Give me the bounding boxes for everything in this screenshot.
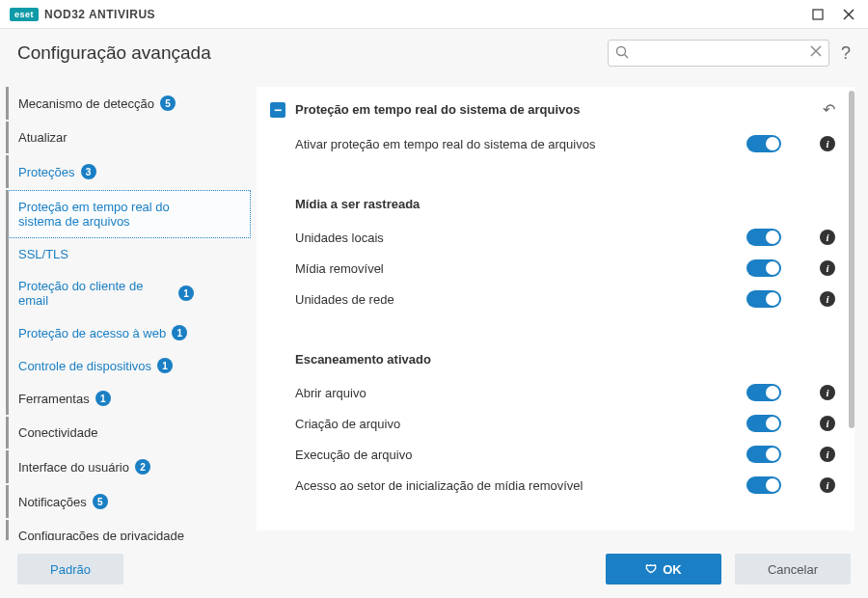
setting-label: Execução de arquivo — [295, 448, 746, 462]
search-icon — [615, 45, 629, 62]
sidebar-item-label: Conectividade — [18, 425, 97, 440]
toggle-removable-media[interactable] — [746, 259, 781, 277]
setting-label: Unidades de rede — [295, 292, 746, 307]
setting-row-removable-media: Mídia removíveli — [270, 253, 835, 284]
sidebar-item-label: Proteção em tempo real do sistema de arq… — [18, 200, 211, 229]
info-icon[interactable]: i — [820, 136, 835, 151]
setting-row-enable-realtime: Ativar proteção em tempo real do sistema… — [270, 128, 835, 159]
maximize-button[interactable] — [808, 5, 827, 24]
setting-label: Abrir arquivo — [295, 386, 746, 400]
badge: 3 — [81, 164, 96, 179]
setting-row-file-creation: Criação de arquivoi — [270, 408, 835, 439]
sidebar-item-email-client[interactable]: Proteção do cliente de email1 — [6, 270, 251, 316]
badge: 1 — [157, 358, 173, 373]
setting-label: Ativar proteção em tempo real do sistema… — [295, 137, 746, 151]
collapse-icon[interactable]: − — [270, 102, 285, 118]
sidebar-item-tools[interactable]: Ferramentas1 — [6, 382, 251, 415]
badge: 1 — [172, 325, 187, 340]
setting-label: Unidades locais — [295, 231, 746, 245]
sidebar-item-label: Interface do usuário — [18, 460, 129, 475]
toggle-enable-realtime[interactable] — [746, 135, 781, 152]
info-icon[interactable]: i — [820, 416, 835, 431]
sidebar-item-label: Mecanismo de detecção — [18, 96, 154, 111]
sidebar-item-label: Configurações de privacidade — [18, 529, 184, 540]
badge: 2 — [135, 459, 150, 475]
sidebar-item-update[interactable]: Atualizar — [6, 122, 251, 153]
revert-icon[interactable]: ↶ — [823, 100, 835, 119]
sidebar-item-realtime-protection[interactable]: Proteção em tempo real do sistema de arq… — [6, 190, 251, 238]
info-icon[interactable]: i — [820, 230, 835, 245]
heading-label: Mídia a ser rastreada — [295, 179, 835, 215]
info-icon[interactable]: i — [820, 385, 835, 400]
setting-row-boot-sector: Acesso ao setor de inicialização de mídi… — [270, 470, 835, 501]
sidebar-item-connectivity[interactable]: Conectividade — [6, 417, 251, 448]
info-icon[interactable]: i — [820, 447, 835, 462]
badge: 1 — [178, 285, 194, 301]
toggle-boot-sector[interactable] — [746, 476, 781, 494]
titlebar-left: eset NOD32 ANTIVIRUS — [10, 8, 155, 21]
sidebar-item-label: Ferramentas — [18, 392, 90, 406]
info-icon[interactable]: i — [820, 291, 835, 307]
heading-scan-on: Escaneamento ativado — [270, 328, 835, 377]
main: Mecanismo de detecção5 Atualizar Proteçõ… — [0, 77, 868, 540]
setting-row-file-execution: Execução de arquivoi — [270, 439, 835, 470]
header: Configuração avançada ? — [0, 29, 868, 77]
setting-row-file-open: Abrir arquivoi — [270, 377, 835, 408]
toggle-network-drives[interactable] — [746, 290, 781, 308]
sidebar-item-label: Controle de dispositivos — [18, 359, 151, 373]
badge: 5 — [160, 95, 176, 111]
sidebar-item-label: Notificações — [18, 495, 87, 509]
toggle-local-drives[interactable] — [746, 229, 781, 246]
help-button[interactable]: ? — [841, 43, 851, 64]
ok-label: OK — [663, 562, 682, 577]
setting-label: Mídia removível — [295, 261, 746, 276]
clear-search-icon[interactable] — [810, 45, 822, 60]
titlebar: eset NOD32 ANTIVIRUS — [0, 0, 868, 29]
sidebar-item-ssl-tls[interactable]: SSL/TLS — [6, 238, 251, 270]
search-box — [608, 40, 829, 67]
toggle-file-execution[interactable] — [746, 446, 781, 463]
sidebar-item-label: SSL/TLS — [18, 247, 68, 261]
sidebar-item-detection-engine[interactable]: Mecanismo de detecção5 — [6, 87, 251, 120]
info-icon[interactable]: i — [820, 477, 835, 493]
setting-label: Criação de arquivo — [295, 417, 746, 431]
heading-media: Mídia a ser rastreada — [270, 173, 835, 222]
toggle-file-open[interactable] — [746, 384, 781, 401]
badge: 5 — [93, 494, 108, 509]
setting-row-local-drives: Unidades locaisi — [270, 222, 835, 253]
default-button[interactable]: Padrão — [17, 554, 123, 584]
close-button[interactable] — [839, 5, 858, 24]
heading-label: Escaneamento ativado — [295, 335, 835, 370]
section-title: Proteção em tempo real do sistema de arq… — [295, 102, 813, 117]
content-panel: − Proteção em tempo real do sistema de a… — [257, 87, 854, 530]
section-header: − Proteção em tempo real do sistema de a… — [270, 87, 835, 128]
sidebar-item-label: Proteções — [18, 165, 75, 179]
sidebar-item-web-access[interactable]: Proteção de acesso à web1 — [6, 316, 251, 349]
heading-label: Exclusões de processos — [295, 521, 835, 530]
sidebar-item-protections[interactable]: Proteções3 — [6, 155, 251, 188]
footer: Padrão 🛡OK Cancelar — [0, 540, 868, 598]
page-title: Configuração avançada — [17, 42, 211, 64]
sidebar-item-device-control[interactable]: Controle de dispositivos1 — [6, 349, 251, 382]
sidebar-item-label: Atualizar — [18, 130, 68, 145]
sidebar-item-label: Proteção de acesso à web — [18, 326, 166, 340]
info-icon[interactable]: i — [820, 260, 835, 276]
toggle-file-creation[interactable] — [746, 415, 781, 432]
heading-process-exclusions: Exclusões de processos — [270, 514, 835, 530]
eset-logo: eset — [10, 8, 39, 21]
svg-line-4 — [624, 55, 628, 59]
header-right: ? — [608, 40, 851, 67]
setting-label: Acesso ao setor de inicialização de mídi… — [295, 478, 746, 493]
sidebar-item-notifications[interactable]: Notificações5 — [6, 485, 251, 518]
ok-button[interactable]: 🛡OK — [606, 554, 721, 584]
sidebar: Mecanismo de detecção5 Atualizar Proteçõ… — [0, 77, 251, 540]
sidebar-item-privacy[interactable]: Configurações de privacidade — [6, 520, 251, 540]
sidebar-item-label: Proteção do cliente de email — [18, 279, 173, 308]
cancel-button[interactable]: Cancelar — [735, 554, 851, 584]
svg-point-3 — [616, 47, 625, 56]
sidebar-item-ui[interactable]: Interface do usuário2 — [6, 450, 251, 483]
scrollbar[interactable] — [849, 91, 854, 428]
search-input[interactable] — [608, 40, 829, 67]
svg-rect-0 — [813, 10, 823, 19]
shield-icon: 🛡 — [645, 562, 657, 576]
